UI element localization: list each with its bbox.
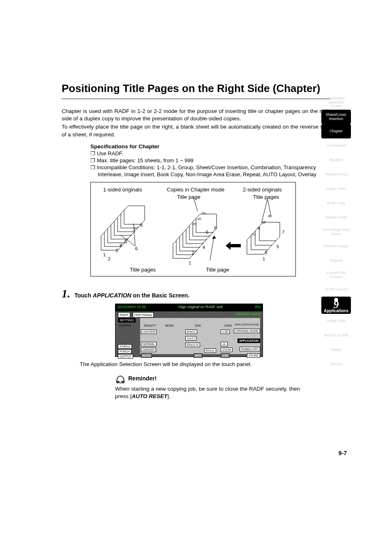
tab-frame-fold[interactable]: Frame/Fold Erasure	[321, 268, 351, 282]
punch-button[interactable]: PUNCH	[118, 349, 131, 354]
intro-para-1: Chapter is used with RADF in 1-2 or 2-2 …	[62, 108, 330, 122]
reminder-body: When starting a new copying job, be sure…	[115, 385, 300, 400]
size-3[interactable]: 8½x11 R	[185, 343, 200, 347]
tab-chapter[interactable]: Chapter	[321, 124, 351, 138]
screen-prompt: Align original on RADF unit	[178, 305, 222, 311]
page-number: 9-7	[339, 450, 347, 456]
svg-text:5: 5	[277, 244, 279, 249]
spec-item: Max. title pages: 15 sheets, from 1 ~ 99…	[90, 157, 330, 164]
step-suffix: on the Basic Screen.	[131, 292, 190, 299]
tab-auto-layout[interactable]: AUTO Layout	[321, 282, 351, 297]
svg-text:2: 2	[192, 250, 194, 255]
output-button[interactable]: OUTPUT	[118, 354, 133, 359]
spec-item: Use RADF.	[90, 150, 330, 157]
spec-item: Incompatible Conditions: 1-1, 2-1, Group…	[90, 164, 330, 178]
reminder-part-c: ].	[167, 393, 171, 399]
svg-text:3: 3	[115, 248, 118, 253]
staple-button[interactable]: STAPLE	[118, 344, 132, 349]
chapter-number-9: 9	[334, 301, 339, 309]
intro-para-2: To effectively place the title page on t…	[62, 123, 330, 138]
tab-combination[interactable]: Combination	[321, 138, 351, 153]
screen-datetime: 10/10/2003 15:06	[117, 305, 146, 311]
svg-text:1: 1	[189, 260, 191, 265]
tab-image-insert[interactable]: Image Insert	[321, 182, 351, 196]
size-2[interactable]: 11x17	[185, 336, 196, 341]
tab-non-image-erase[interactable]: Non-Image Area Erase	[321, 225, 351, 239]
svg-text:7: 7	[282, 230, 284, 235]
tab-sheet-cover[interactable]: Sheet/Cover Insertion	[321, 110, 351, 124]
radf-badge: RADF	[118, 312, 130, 318]
svg-text:4: 4	[120, 243, 122, 248]
svg-text:2: 2	[251, 233, 256, 236]
svg-text:1: 1	[103, 252, 106, 257]
reminder-heading: Reminder!	[128, 375, 157, 382]
hdd-badge: HDD Ready	[133, 312, 154, 318]
density-label: DENSITY	[143, 324, 157, 327]
tab-repeat[interactable]: Repeat	[321, 253, 351, 268]
svg-text:7: 7	[133, 227, 136, 232]
tab-applications-current[interactable]: 9 Applications	[321, 297, 351, 314]
store-button[interactable]: STORE	[247, 353, 260, 358]
setting-tab[interactable]: SETTING	[118, 318, 136, 322]
tab-image-shift[interactable]: Image Shift	[321, 314, 351, 328]
svg-text:2: 2	[108, 256, 111, 261]
chapter-diagram: 1-sided originals Copies in Chapter mode…	[90, 182, 296, 276]
tab-stamp[interactable]: Stamp	[321, 343, 351, 357]
tab-reduce-shift[interactable]: Reduce & Shift	[321, 328, 351, 343]
rotation-off-button[interactable]: Rotation OFF	[240, 347, 260, 351]
darker-button[interactable]: DARKER	[141, 348, 156, 352]
page-title: Positioning Title Pages on the Right Sid…	[62, 82, 330, 95]
size-4[interactable]: 8½x11	[204, 348, 216, 353]
tab-booklet[interactable]: Booklet	[321, 153, 351, 167]
lens-100[interactable]: 1.00	[221, 329, 230, 334]
tab-overlay[interactable]: Overlay	[321, 357, 351, 371]
svg-text:8: 8	[140, 223, 143, 228]
specs-block: Specifications for Chapter Use RADF. Max…	[90, 143, 330, 178]
side-tab-strip: Application Selection Screen Sheet/Cover…	[321, 95, 351, 371]
aps-button[interactable]: APS	[194, 353, 203, 358]
auto-a[interactable]: -A-	[221, 342, 228, 346]
tab-app-selection[interactable]: Application Selection Screen	[321, 95, 351, 110]
reminder-icon	[115, 373, 126, 384]
svg-line-28	[261, 199, 267, 223]
svg-text:8: 8	[214, 226, 217, 230]
tab-upside-down[interactable]: Upside Down	[321, 210, 351, 225]
size-1[interactable]: 8½x11	[185, 329, 197, 334]
zoom-button[interactable]: ZOOM	[221, 348, 233, 352]
svg-line-29	[267, 199, 271, 215]
svg-line-18	[194, 198, 198, 211]
svg-text:6: 6	[135, 246, 138, 251]
svg-text:3: 3	[265, 250, 267, 255]
svg-text:4: 4	[203, 245, 205, 250]
svg-text:4: 4	[256, 227, 261, 230]
tab-transparency[interactable]: Transparency	[321, 167, 351, 182]
auto-button[interactable]: AUTO	[141, 353, 152, 358]
step-1: 1. Touch APPLICATION on the Basic Screen…	[62, 288, 330, 299]
svg-text:3: 3	[192, 223, 197, 226]
touch-screen-figure: 10/10/2003 15:06 Align original on RADF …	[115, 304, 263, 357]
zoom-100[interactable]: 1.00	[221, 353, 230, 358]
svg-text:6: 6	[206, 230, 208, 235]
output-label: OUTPUT	[118, 324, 132, 327]
tab-book-copy[interactable]: Book Copy	[321, 196, 351, 210]
application-button[interactable]: APPLICATION	[238, 339, 260, 343]
diagram-svg: 1 2 3 4 5 6 7 8 1 2 4 6	[91, 182, 296, 277]
size-label: SIZE	[194, 324, 203, 327]
svg-text:1: 1	[263, 256, 265, 261]
originalmode-button[interactable]: ORIGINAL MODE	[234, 329, 260, 333]
tab-reverse-image[interactable]: Reverse Image	[321, 239, 351, 253]
step-number: 1.	[62, 288, 70, 299]
appmode-label: APPLICATION MODE	[233, 323, 260, 326]
screen-counter: 001	[255, 305, 261, 311]
reminder-autoreset: AUTO RESET	[132, 393, 168, 399]
lighter-button[interactable]: LIGHTER	[141, 329, 157, 334]
step-app-word: APPLICATION	[93, 292, 131, 299]
normal-button[interactable]: NORMAL	[141, 342, 157, 346]
svg-text:8: 8	[267, 215, 272, 217]
step-instruction: Touch APPLICATION on the Basic Screen.	[74, 292, 189, 299]
mode-label: MODE	[164, 324, 175, 327]
memory-label: MEMORY 100%	[236, 312, 260, 316]
applications-label: Applications	[324, 309, 348, 313]
lens-label: LENS	[223, 324, 233, 327]
post-step-text: The Application Selection Screen will be…	[80, 361, 330, 367]
